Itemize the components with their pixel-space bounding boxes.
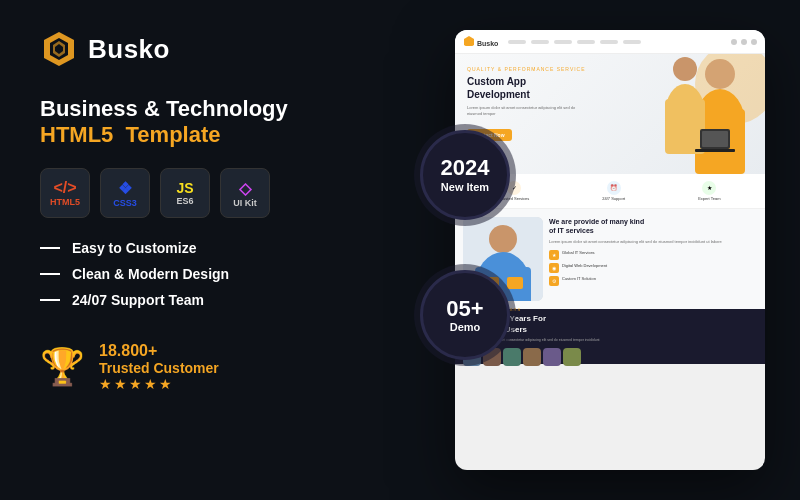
it-service-icon-3: ⚙ <box>549 276 559 286</box>
person-thumb-4 <box>523 348 541 366</box>
service-title-2: 24/7 Support <box>602 197 625 202</box>
nav-link <box>577 40 595 44</box>
brand-logo-icon <box>40 30 78 68</box>
it-service-2: ◉ Digital Web Development <box>549 263 757 273</box>
trusted-stars: ★★★★★ <box>99 376 219 392</box>
it-service-1: ★ Global IT Services <box>549 250 757 260</box>
feature-text-2: Clean & Modern Design <box>72 266 229 282</box>
nav-link <box>508 40 526 44</box>
headline-line2: HTML5 Template <box>40 122 390 148</box>
service-icon-2: ⏰ <box>607 181 621 195</box>
js-icon: JS <box>176 180 193 196</box>
feature-dash <box>40 273 60 275</box>
service-title-3: Expert Team <box>698 197 720 202</box>
headline: Business & Technology HTML5 Template <box>40 96 390 148</box>
person-thumb-3 <box>503 348 521 366</box>
it-service-icon-2: ◉ <box>549 263 559 273</box>
it-service-icon-1: ★ <box>549 250 559 260</box>
logo-area: Busko <box>40 30 390 68</box>
trusted-info: 18.800+ Trusted Customer ★★★★★ <box>99 342 219 392</box>
html-badge: </> HTML5 <box>40 168 90 218</box>
demo-count: 05+ <box>446 297 483 321</box>
trophy-icon: 🏆 <box>40 346 85 388</box>
js-badge: JS ES6 <box>160 168 210 218</box>
mockup-nav: Busko <box>455 30 765 54</box>
feature-dash <box>40 247 60 249</box>
right-panel: 2024 New Item 05+ Demo Busko <box>430 0 800 500</box>
new-item-label: New Item <box>441 181 489 194</box>
trusted-count: 18.800+ <box>99 342 219 360</box>
nav-link <box>554 40 572 44</box>
svg-point-15 <box>489 225 517 253</box>
css-icon: ❖ <box>118 179 132 198</box>
hero-title: Custom AppDevelopment <box>467 75 753 101</box>
feature-item-1: Easy to Customize <box>40 240 390 256</box>
it-section-title: We are provide of many kindof IT service… <box>549 217 757 235</box>
features-list: Easy to Customize Clean & Modern Design … <box>40 240 390 318</box>
trusted-label: Trusted Customer <box>99 360 219 376</box>
new-item-year: 2024 <box>441 156 490 180</box>
feature-text-1: Easy to Customize <box>72 240 196 256</box>
it-content: We are provide of many kindof IT service… <box>549 217 757 301</box>
feature-text-3: 24/07 Support Team <box>72 292 204 308</box>
hero-subtitle: Quality & Performance Service <box>467 66 753 72</box>
demo-badge: 05+ Demo <box>420 270 510 360</box>
service-icon-3: ★ <box>702 181 716 195</box>
new-item-badge: 2024 New Item <box>420 130 510 220</box>
svg-rect-19 <box>507 277 523 289</box>
hero-content: Quality & Performance Service Custom App… <box>467 66 753 141</box>
mockup-nav-links <box>508 40 641 44</box>
hero-desc: Lorem ipsum dolor sit amet consectetur a… <box>467 105 587 117</box>
trusted-section: 🏆 18.800+ Trusted Customer ★★★★★ <box>40 342 390 392</box>
box-icon: ◇ <box>239 179 251 198</box>
nav-link <box>623 40 641 44</box>
headline-template: Template <box>126 122 221 147</box>
mockup-nav-icons <box>731 39 757 45</box>
svg-marker-4 <box>464 36 474 46</box>
headline-line1: Business & Technology <box>40 96 390 122</box>
service-icon-1: ✓ <box>507 181 521 195</box>
cta-desc: Lorem ipsum dolor sit amet consectetur a… <box>463 338 757 343</box>
js-label: ES6 <box>176 196 193 206</box>
service-mini-2: ⏰ 24/7 Support <box>602 181 625 202</box>
nav-link <box>600 40 618 44</box>
html-icon: </> <box>53 179 76 197</box>
css-label: CSS3 <box>113 198 137 208</box>
headline-html5: HTML5 <box>40 122 113 147</box>
mockup-nav-logo: Busko <box>463 36 498 47</box>
person-thumb-5 <box>543 348 561 366</box>
service-mini-3: ★ Expert Team <box>698 181 720 202</box>
feature-dash <box>40 299 60 301</box>
left-panel: Busko Business & Technology HTML5 Templa… <box>0 0 430 500</box>
tech-badges: </> HTML5 ❖ CSS3 JS ES6 ◇ UI Kit <box>40 168 390 218</box>
feature-item-2: Clean & Modern Design <box>40 266 390 282</box>
website-mockup: Busko <box>455 30 765 470</box>
person-thumb-6 <box>563 348 581 366</box>
it-section-desc: Lorem ipsum dolor sit amet consectetur a… <box>549 239 757 245</box>
html-label: HTML5 <box>50 197 80 207</box>
box-badge: ◇ UI Kit <box>220 168 270 218</box>
svg-rect-13 <box>695 149 735 152</box>
box-label: UI Kit <box>233 198 257 208</box>
brand-name: Busko <box>88 34 170 65</box>
feature-item-3: 24/07 Support Team <box>40 292 390 308</box>
css-badge: ❖ CSS3 <box>100 168 150 218</box>
it-service-label-2: Digital Web Development <box>562 263 607 269</box>
nav-link <box>531 40 549 44</box>
nav-icon <box>741 39 747 45</box>
it-service-3: ⚙ Custom IT Solution <box>549 276 757 286</box>
cta-people <box>463 348 757 366</box>
nav-icon <box>731 39 737 45</box>
it-service-label-3: Custom IT Solution <box>562 276 596 282</box>
it-service-label-1: Global IT Services <box>562 250 595 256</box>
demo-label: Demo <box>450 321 481 333</box>
nav-icon <box>751 39 757 45</box>
